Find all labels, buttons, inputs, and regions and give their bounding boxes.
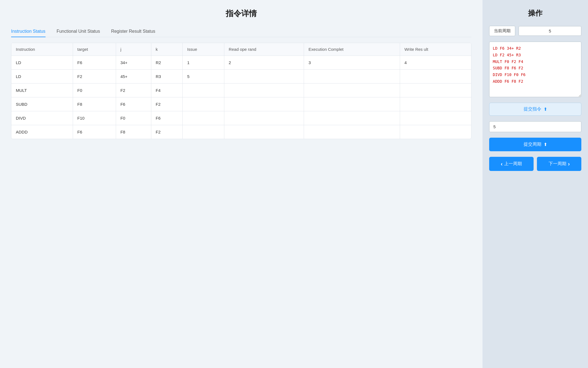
cell-instruction: LD [11,56,73,70]
col-header-instruction: Instruction [11,43,73,56]
cell-exec-complete [304,84,400,97]
current-cycle-value: 5 [519,26,581,36]
page-title: 指令详情 [11,8,471,19]
cell-j: F2 [116,84,151,97]
cell-exec-complete: 3 [304,56,400,70]
table-row: LDF245+R35 [11,70,471,84]
submit-instructions-button[interactable]: 提交指令 [489,103,581,116]
cell-target: F0 [73,84,116,97]
instructions-textarea[interactable] [489,42,581,97]
nav-row: 上一周期 下一周期 [489,157,581,171]
submit-cycle-button[interactable]: 提交周期 [489,138,581,151]
cell-exec-complete [304,97,400,111]
col-header-read-operand: Read ope rand [224,43,304,56]
cell-write-result [400,125,471,139]
cell-write-result [400,70,471,84]
cell-j: 45+ [116,70,151,84]
table-row: MULTF0F2F4 [11,84,471,97]
col-header-exec-complete: Execution Complet [304,43,400,56]
upload-icon [544,107,547,112]
cell-target: F8 [73,97,116,111]
submit-instructions-label: 提交指令 [524,106,541,112]
col-header-k: k [151,43,182,56]
table-row: DIVDF10F0F6 [11,111,471,125]
cell-read-operand: 2 [224,56,304,70]
current-cycle-label: 当前周期 [489,26,515,36]
cell-read-operand [224,70,304,84]
cell-j: 34+ [116,56,151,70]
cell-k: F2 [151,125,182,139]
cell-read-operand [224,84,304,97]
col-header-target: target [73,43,116,56]
cell-k: F6 [151,111,182,125]
cell-k: F4 [151,84,182,97]
cell-issue [183,125,224,139]
instruction-table-container: Instruction target j k Issue Read ope ra… [11,43,471,139]
cell-issue [183,97,224,111]
table-row: SUBDF8F6F2 [11,97,471,111]
submit-cycle-upload-icon [544,142,547,147]
cell-issue [183,84,224,97]
cell-read-operand [224,97,304,111]
cell-exec-complete [304,70,400,84]
cell-j: F8 [116,125,151,139]
tab-functional-unit-status[interactable]: Functional Unit Status [57,27,100,37]
main-panel: 指令详情 Instruction Status Functional Unit … [0,0,483,368]
cell-issue: 1 [183,56,224,70]
panel-title: 操作 [489,8,581,18]
chevron-right-icon [568,161,570,167]
table-header-row: Instruction target j k Issue Read ope ra… [11,43,471,56]
cell-k: R3 [151,70,182,84]
cell-target: F6 [73,125,116,139]
prev-cycle-label: 上一周期 [504,161,522,167]
cell-issue: 5 [183,70,224,84]
cell-instruction: SUBD [11,97,73,111]
chevron-left-icon [501,161,503,167]
tab-instruction-status[interactable]: Instruction Status [11,27,46,37]
prev-cycle-button[interactable]: 上一周期 [489,157,534,171]
cell-instruction: DIVD [11,111,73,125]
table-body: LDF634+R21234LDF245+R35MULTF0F2F4SUBDF8F… [11,56,471,139]
col-header-write-result: Write Res ult [400,43,471,56]
submit-cycle-label: 提交周期 [524,142,541,147]
cell-target: F6 [73,56,116,70]
current-cycle-row: 当前周期 5 [489,26,581,36]
cell-write-result [400,84,471,97]
cell-instruction: ADDD [11,125,73,139]
cycle-input[interactable] [489,121,581,132]
next-cycle-button[interactable]: 下一周期 [537,157,581,171]
cell-k: F2 [151,97,182,111]
cell-exec-complete [304,111,400,125]
table-row: ADDDF6F8F2 [11,125,471,139]
tab-bar: Instruction Status Functional Unit Statu… [11,27,471,37]
cell-j: F0 [116,111,151,125]
next-cycle-label: 下一周期 [549,161,566,167]
cell-read-operand [224,125,304,139]
cell-issue [183,111,224,125]
cell-k: R2 [151,56,182,70]
right-panel: 操作 当前周期 5 提交指令 提交周期 上一周期 下一周期 [483,0,588,368]
table-row: LDF634+R21234 [11,56,471,70]
cell-instruction: LD [11,70,73,84]
cell-instruction: MULT [11,84,73,97]
col-header-j: j [116,43,151,56]
cell-target: F2 [73,70,116,84]
cell-write-result [400,111,471,125]
instruction-table: Instruction target j k Issue Read ope ra… [11,43,471,139]
tab-register-result-status[interactable]: Register Result Status [111,27,155,37]
cell-write-result: 4 [400,56,471,70]
cell-write-result [400,97,471,111]
cell-exec-complete [304,125,400,139]
cell-j: F6 [116,97,151,111]
col-header-issue: Issue [183,43,224,56]
cell-target: F10 [73,111,116,125]
cell-read-operand [224,111,304,125]
